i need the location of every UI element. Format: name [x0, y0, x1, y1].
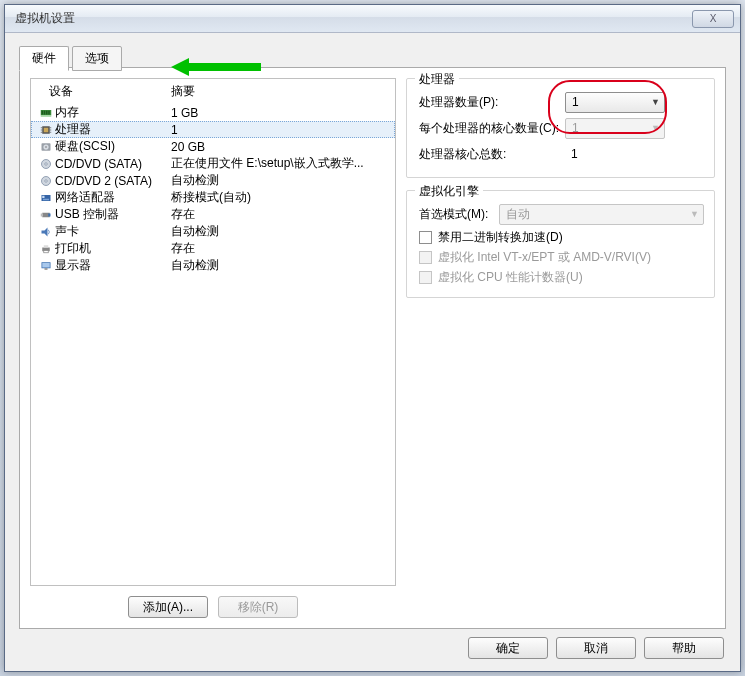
device-summary: 自动检测: [171, 223, 389, 240]
chevron-down-icon: ▼: [651, 123, 660, 133]
ok-button[interactable]: 确定: [468, 637, 548, 659]
svg-marker-29: [42, 227, 48, 236]
remove-button: 移除(R): [218, 596, 298, 618]
cores-per-processor-label: 每个处理器的核心数量(C):: [419, 120, 565, 137]
chevron-down-icon: ▼: [651, 97, 660, 107]
svg-rect-35: [45, 268, 48, 270]
sound-icon: [37, 226, 55, 238]
device-summary: 1 GB: [171, 106, 389, 120]
ok-button-label: 确定: [496, 640, 520, 657]
device-row[interactable]: 声卡自动检测: [31, 223, 395, 240]
device-row[interactable]: 网络适配器桥接模式(自动): [31, 189, 395, 206]
chevron-down-icon: ▼: [690, 209, 699, 219]
device-summary: 存在: [171, 206, 389, 223]
svg-point-19: [45, 162, 47, 164]
svg-rect-2: [42, 110, 44, 114]
svg-rect-32: [44, 250, 49, 252]
device-summary: 自动检测: [171, 257, 389, 274]
disable-binary-translation-row[interactable]: 禁用二进制转换加速(D): [419, 227, 704, 247]
cores-per-processor-value: 1: [572, 121, 579, 135]
device-summary: 1: [171, 123, 389, 137]
device-buttons: 添加(A)... 移除(R): [30, 596, 396, 618]
device-row[interactable]: 硬盘(SCSI)20 GB: [31, 138, 395, 155]
svg-rect-4: [46, 110, 48, 114]
device-name: 打印机: [55, 240, 171, 257]
processors-group-title: 处理器: [415, 71, 459, 88]
usb-icon: [37, 209, 55, 221]
svg-point-22: [45, 179, 47, 181]
header-device: 设备: [49, 83, 171, 100]
cores-per-processor-select: 1 ▼: [565, 118, 665, 139]
virtualize-vt-label: 虚拟化 Intel VT-x/EPT 或 AMD-V/RVI(V): [438, 249, 651, 266]
preferred-mode-label: 首选模式(M):: [419, 206, 499, 223]
display-icon: [37, 260, 55, 272]
header-summary: 摘要: [171, 83, 387, 100]
close-icon: X: [710, 13, 717, 24]
device-summary: 正在使用文件 E:\setup\嵌入式教学...: [171, 155, 389, 172]
svg-rect-7: [44, 127, 49, 132]
cancel-button[interactable]: 取消: [556, 637, 636, 659]
add-button[interactable]: 添加(A)...: [128, 596, 208, 618]
disable-binary-translation-label: 禁用二进制转换加速(D): [438, 229, 563, 246]
nic-icon: [37, 192, 55, 204]
device-row[interactable]: 打印机存在: [31, 240, 395, 257]
svg-rect-1: [41, 115, 52, 117]
svg-rect-28: [48, 213, 50, 216]
device-row[interactable]: 处理器1: [31, 121, 395, 138]
processor-count-row: 处理器数量(P): 1 ▼: [419, 89, 704, 115]
help-button[interactable]: 帮助: [644, 637, 724, 659]
preferred-mode-row: 首选模式(M): 自动 ▼: [419, 201, 704, 227]
checkbox-icon[interactable]: [419, 231, 432, 244]
titlebar[interactable]: 虚拟机设置 X: [5, 5, 740, 33]
cd-icon: [37, 158, 55, 170]
cores-per-processor-row: 每个处理器的核心数量(C): 1 ▼: [419, 115, 704, 141]
svg-rect-31: [44, 245, 49, 247]
device-list[interactable]: 设备 摘要 内存1 GB处理器1硬盘(SCSI)20 GBCD/DVD (SAT…: [30, 78, 396, 586]
window-title: 虚拟机设置: [11, 10, 692, 27]
total-cores-label: 处理器核心总数:: [419, 146, 565, 163]
device-row[interactable]: USB 控制器存在: [31, 206, 395, 223]
left-column: 设备 摘要 内存1 GB处理器1硬盘(SCSI)20 GBCD/DVD (SAT…: [30, 78, 396, 618]
footer-buttons: 确定 取消 帮助: [468, 637, 724, 659]
device-summary: 自动检测: [171, 172, 389, 189]
checkbox-icon: [419, 251, 432, 264]
tab-panel-hardware: 设备 摘要 内存1 GB处理器1硬盘(SCSI)20 GBCD/DVD (SAT…: [19, 67, 726, 629]
svg-rect-5: [48, 110, 50, 114]
svg-rect-25: [42, 195, 44, 197]
virtualize-cpu-perf-row: 虚拟化 CPU 性能计数器(U): [419, 267, 704, 287]
svg-rect-24: [43, 198, 49, 200]
device-summary: 桥接模式(自动): [171, 189, 389, 206]
device-summary: 存在: [171, 240, 389, 257]
window-body: 硬件 选项 设备 摘要 内存1 GB处理器1硬盘(SCSI)20 GBCD/DV…: [5, 33, 740, 671]
tab-options[interactable]: 选项: [72, 46, 122, 71]
device-name: 网络适配器: [55, 189, 171, 206]
total-cores-row: 处理器核心总数: 1: [419, 141, 704, 167]
device-list-header: 设备 摘要: [31, 79, 395, 104]
help-button-label: 帮助: [672, 640, 696, 657]
svg-point-16: [45, 146, 47, 148]
svg-rect-27: [41, 213, 43, 216]
virtualization-group-title: 虚拟化引擎: [415, 183, 483, 200]
tab-hardware[interactable]: 硬件: [19, 46, 69, 71]
virtualize-vt-row: 虚拟化 Intel VT-x/EPT 或 AMD-V/RVI(V): [419, 247, 704, 267]
processor-count-value: 1: [572, 95, 579, 109]
device-row[interactable]: CD/DVD (SATA)正在使用文件 E:\setup\嵌入式教学...: [31, 155, 395, 172]
device-row[interactable]: 显示器自动检测: [31, 257, 395, 274]
preferred-mode-select: 自动 ▼: [499, 204, 704, 225]
svg-rect-34: [42, 263, 50, 268]
close-button[interactable]: X: [692, 10, 734, 28]
processor-count-label: 处理器数量(P):: [419, 94, 565, 111]
device-row[interactable]: 内存1 GB: [31, 104, 395, 121]
printer-icon: [37, 243, 55, 255]
device-row[interactable]: CD/DVD 2 (SATA)自动检测: [31, 172, 395, 189]
device-name: USB 控制器: [55, 206, 171, 223]
tab-hardware-label: 硬件: [32, 51, 56, 65]
device-summary: 20 GB: [171, 140, 389, 154]
processor-count-select[interactable]: 1 ▼: [565, 92, 665, 113]
tab-strip: 硬件 选项: [19, 45, 726, 67]
checkbox-icon: [419, 271, 432, 284]
vm-settings-window: 虚拟机设置 X 硬件 选项 设备 摘要 内存1 GB处理器1硬盘(SCSI)20…: [4, 4, 741, 672]
device-name: CD/DVD 2 (SATA): [55, 174, 171, 188]
remove-button-label: 移除(R): [238, 599, 279, 616]
cd-icon: [37, 175, 55, 187]
